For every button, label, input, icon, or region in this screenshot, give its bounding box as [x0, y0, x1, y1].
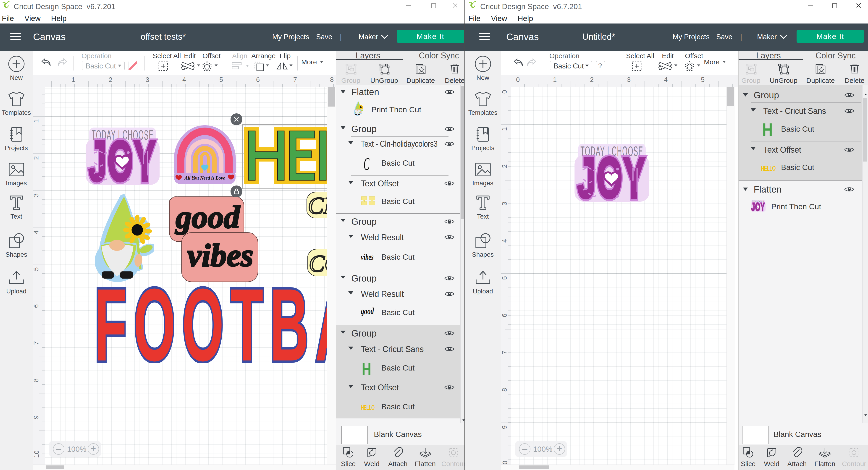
svg-text:CON: CON	[309, 250, 327, 277]
svg-text:CRE: CRE	[308, 192, 327, 219]
